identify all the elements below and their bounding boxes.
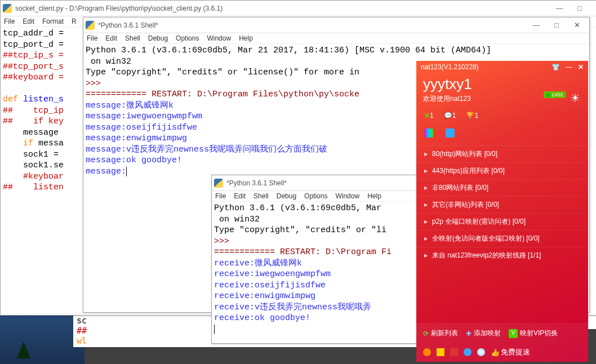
bg-code-wl: wl [77, 336, 87, 346]
shell2-r6: receive:ok goodbye! [214, 313, 310, 323]
badge-flower[interactable]: ❀1 [424, 112, 434, 119]
code-l4: ##tcp_port_s [3, 62, 64, 72]
close-button[interactable]: ✕ [590, 2, 596, 15]
tray-icon-2[interactable] [437, 348, 444, 356]
nat-list: 80(http)网站列表 [0/0] 443(https)应用列表 [0/0] … [416, 145, 588, 264]
menu-window[interactable]: Window [207, 34, 231, 42]
close-button[interactable]: ✕ [567, 19, 587, 32]
menu-debug[interactable]: Debug [277, 192, 296, 200]
code-l8: ## tcp_ip [3, 106, 64, 116]
python-icon [3, 4, 12, 13]
nat-version: nat123(V1.210228) [421, 63, 479, 71]
menu-options[interactable]: Options [304, 192, 327, 200]
maximize-button[interactable]: □ [570, 2, 590, 15]
search-icon[interactable] [477, 348, 485, 356]
shell2-r5: receive:v违反我弄完newness我呢哦弄 [214, 303, 371, 312]
menu-edit[interactable]: Edit [23, 17, 34, 25]
code-l11b: messa [38, 139, 64, 148]
tree-decoration [17, 341, 30, 358]
rainbow-icon[interactable] [424, 128, 433, 137]
menu-shell[interactable]: Shell [253, 192, 269, 200]
shell1-m5: message:v违反我弄完newness我呢哦弄问哦我们么方面我们破 [86, 145, 327, 154]
nat-item-https[interactable]: 443(https)应用列表 [0/0] [416, 162, 588, 179]
nat-item-p2p[interactable]: p2p 全端口映射(需访问者) [0/0] [416, 213, 588, 230]
menu-window[interactable]: Window [335, 192, 359, 200]
shell1-banner3: Type "copyright", "credits" or "license(… [86, 68, 359, 77]
menu-file[interactable]: File [87, 34, 97, 42]
nat-username: yyytxy1 [423, 76, 581, 93]
shell1-prompt: >>> [86, 79, 106, 88]
menu-format[interactable]: Format [42, 17, 64, 25]
menu-run[interactable]: R [72, 17, 77, 25]
shell2-restart: ============ RESTART: D:\Program Fi [214, 247, 392, 257]
nat-actions: ⟳刷新列表 ✚添加映射 V映射VIP切换 [416, 323, 588, 344]
twitter-icon[interactable] [446, 128, 455, 137]
menu-file[interactable]: File [4, 17, 15, 25]
nat-item-fullmap[interactable]: 全映射(免访问者版全端口映射) [0/0] [416, 230, 588, 247]
code-l10: message [3, 128, 64, 137]
code-def: def [3, 95, 23, 104]
tray-icon-3[interactable] [450, 348, 458, 356]
shell2-banner3: Type "copyright", "credits" or "li [214, 225, 386, 235]
menu-shell[interactable]: Shell [125, 34, 140, 42]
shell1-m7: message: [86, 167, 126, 176]
vip-switch-button[interactable]: V映射VIP切换 [509, 329, 558, 338]
code-l3: ##tcp_ip_s = [3, 51, 64, 60]
shell1-m6: message:ok goodbye! [86, 156, 182, 165]
nat-item-http[interactable]: 80(http)网站列表 [0/0] [416, 145, 588, 162]
menu-edit[interactable]: Edit [234, 192, 246, 200]
maximize-button[interactable]: □ [546, 19, 567, 32]
minimize-button[interactable]: — [549, 2, 570, 15]
python-icon [86, 21, 95, 30]
shell1-m4: message:enwigmwimpwg [86, 134, 187, 143]
shell1-m1: message:微风威锋网k [86, 101, 174, 110]
editor-titlebar[interactable]: socket_client.py - D:\Program Files\pyth… [1, 1, 596, 16]
refresh-button[interactable]: ⟳刷新列表 [423, 329, 458, 338]
shell2-r4: receive:enwigmwimpwg [214, 291, 315, 301]
badge-trophy[interactable]: 🏆1 [466, 112, 478, 119]
code-l15: ## listen [3, 183, 64, 192]
tray-icon-4[interactable] [464, 348, 472, 356]
shell1-banner1: Python 3.6.1 (v3.6.1:69c0db5, Mar 21 201… [86, 46, 491, 55]
menu-help[interactable]: Help [367, 192, 381, 200]
nat-titlebar[interactable]: nat123(V1.210228) 👕 — ✕ [416, 61, 588, 73]
settings-icon[interactable]: 👕 [551, 63, 560, 71]
python-icon [214, 179, 223, 188]
shell1-titlebar[interactable]: *Python 3.6.1 Shell* — □ ✕ [83, 17, 589, 33]
close-icon[interactable]: ✕ [578, 63, 584, 71]
shell1-m3: message:oseijfijisdfwe [86, 123, 197, 132]
nat-item-other[interactable]: 其它(非网站)列表 [0/0] [416, 196, 588, 213]
editor-title: socket_client.py - D:\Program Files\pyth… [15, 5, 549, 12]
menu-edit[interactable]: Edit [105, 34, 117, 42]
nat-item-non80[interactable]: 非80网站列表 [0/0] [416, 179, 588, 196]
sun-icon[interactable]: ☀ [570, 91, 580, 105]
add-mapping-button[interactable]: ✚添加映射 [466, 329, 501, 338]
shell1-menubar: File Edit Shell Debug Options Window Hel… [83, 33, 589, 44]
level-badge: LV01 [544, 91, 566, 98]
tray-icon-1[interactable] [423, 348, 431, 356]
nat-item-route[interactable]: 来自 nat123freevip2的映射线路 [1/1] [416, 247, 588, 264]
menu-options[interactable]: Options [176, 34, 199, 42]
bg-code-hash: ## [77, 326, 87, 336]
shell2-r2: receive:iwegwoengwmpfwm [214, 269, 331, 279]
minimize-button[interactable]: — [526, 19, 546, 32]
code-fname: listen_s [23, 95, 64, 104]
minimize-icon[interactable]: — [566, 63, 572, 71]
nat-tray: 👍免费提速 [416, 344, 588, 362]
speed-icon[interactable]: 👍免费提速 [491, 347, 530, 357]
shell1-title: *Python 3.6.1 Shell* [98, 21, 526, 29]
menu-debug[interactable]: Debug [148, 34, 168, 42]
menu-help[interactable]: Help [239, 34, 253, 42]
shell2-prompt: >>> [214, 237, 234, 246]
shell2-banner1: Python 3.6.1 (v3.6.1:69c0db5, Mar [214, 203, 386, 213]
cursor [126, 167, 127, 176]
shell2-r1: receive:微风威锋网k [214, 259, 302, 268]
code-l13: sock1.se [3, 161, 64, 170]
code-l12: sock1 = [3, 150, 64, 159]
menu-file[interactable]: File [215, 192, 226, 200]
badge-bubble[interactable]: 💬1 [444, 112, 456, 119]
nat123-panel[interactable]: nat123(V1.210228) 👕 — ✕ yyytxy1 欢迎使用nat1… [416, 61, 588, 362]
code-l14: #keyboar [3, 172, 64, 181]
code-l5: ##keyboard = [3, 73, 64, 82]
code-l11a: if [3, 139, 38, 148]
